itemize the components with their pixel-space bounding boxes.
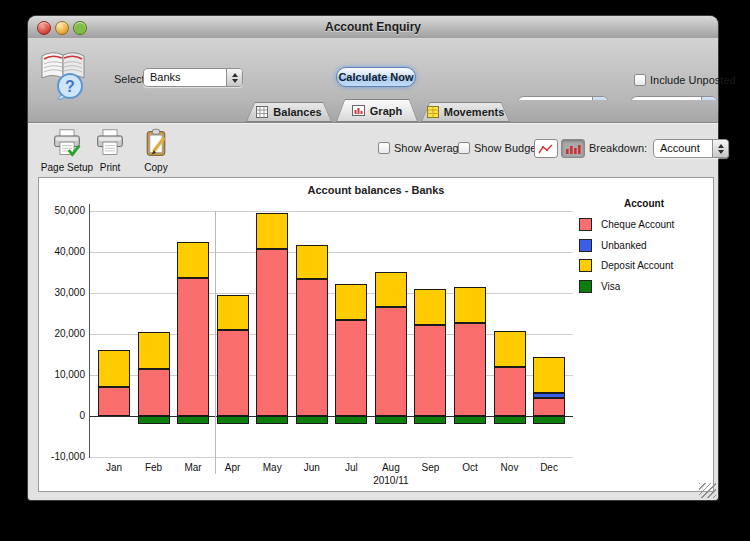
tab-graph-label: Graph [370, 105, 402, 117]
bar-segment-cheque-account [414, 325, 446, 416]
x-axis-category-label: Dec [527, 462, 571, 473]
x-axis-category-label: Jun [290, 462, 334, 473]
gridline [89, 211, 573, 212]
gridline [89, 252, 573, 253]
svg-text:?: ? [65, 78, 75, 95]
bar-graph-type-button[interactable] [561, 139, 585, 158]
legend-label: Unbanked [601, 240, 647, 251]
bar-segment-deposit-account [533, 357, 565, 393]
bar-segment-cheque-account [256, 249, 288, 416]
bar-segment-visa [335, 416, 367, 424]
bar-segment-cheque-account [533, 398, 565, 416]
legend-swatch-deposit-account [579, 259, 592, 272]
bar-segment-visa [138, 416, 170, 424]
bar-chart-icon [565, 143, 581, 155]
x-axis-category-label: Aug [369, 462, 413, 473]
x-axis-category-label: Feb [132, 462, 176, 473]
y-axis-tick-label: 0 [39, 410, 85, 421]
calculate-now-button[interactable]: Calculate Now [336, 67, 416, 87]
bar-segment-cheque-account [138, 369, 170, 416]
x-axis-category-label: Jul [329, 462, 373, 473]
window-title: Account Enquiry [28, 16, 718, 38]
bar-segment-cheque-account [494, 367, 526, 416]
print-icon [95, 128, 125, 158]
y-axis-tick-label: 20,000 [39, 328, 85, 339]
bar-segment-cheque-account [375, 307, 407, 416]
print-label: Print [88, 162, 132, 173]
stepper-arrows-icon [712, 140, 728, 157]
select-dropdown-value: Banks [144, 69, 226, 86]
bar-segment-cheque-account [335, 320, 367, 416]
include-unposted-checkbox[interactable] [634, 74, 646, 86]
legend-swatch-unbanked [579, 239, 592, 252]
stepper-arrows-icon [226, 69, 242, 86]
breakdown-dropdown[interactable]: Account [653, 139, 729, 158]
x-axis-category-label: Nov [488, 462, 532, 473]
account-enquiry-window: Account Enquiry ? Select: Banks Calculat… [28, 16, 718, 500]
breakdown-label: Breakdown: [589, 142, 647, 154]
y-axis-tick-label: 30,000 [39, 287, 85, 298]
x-axis-category-label: Jan [92, 462, 136, 473]
line-chart-icon [538, 143, 554, 155]
bar-segment-deposit-account [335, 284, 367, 320]
select-dropdown[interactable]: Banks [143, 68, 243, 87]
bar-segment-deposit-account [296, 245, 328, 279]
include-unposted-label: Include Unposted [650, 74, 736, 86]
tab-movements[interactable]: Movements [421, 102, 510, 122]
bar-segment-cheque-account [98, 387, 130, 416]
copy-button[interactable]: Copy [134, 128, 178, 173]
title-bar: Account Enquiry [28, 16, 718, 39]
x-axis-category-label: Apr [211, 462, 255, 473]
breakdown-dropdown-value: Account [654, 140, 712, 157]
line-graph-type-button[interactable] [534, 139, 558, 158]
legend-title: Account [579, 198, 709, 209]
bar-segment-deposit-account [217, 295, 249, 330]
bar-segment-unbanked [533, 393, 565, 398]
bar-segment-deposit-account [414, 289, 446, 325]
bar-segment-visa [256, 416, 288, 424]
copy-label: Copy [134, 162, 178, 173]
tab-balances[interactable]: Balances [246, 102, 332, 122]
legend-label: Deposit Account [601, 260, 673, 271]
graph-toolbar: Page Setup Print Copy [28, 123, 718, 171]
movements-icon [427, 106, 439, 118]
bar-segment-deposit-account [138, 332, 170, 369]
print-button[interactable]: Print [88, 128, 132, 173]
show-average-checkbox[interactable] [378, 142, 390, 154]
bar-segment-deposit-account [98, 350, 130, 387]
page-setup-button[interactable]: Page Setup [40, 128, 94, 173]
chart-title: Account balances - Banks [39, 184, 713, 196]
chart-panel: Account balances - Banks -10,000010,0002… [38, 177, 714, 492]
bar-segment-visa [177, 416, 209, 424]
graph-icon [352, 105, 365, 116]
copy-icon [141, 128, 171, 158]
y-axis-tick-label: -10,000 [39, 451, 85, 462]
bar-segment-cheque-account [177, 278, 209, 416]
tab-balances-label: Balances [273, 106, 321, 118]
bar-segment-visa [375, 416, 407, 424]
legend-swatch-visa [579, 280, 592, 293]
bar-segment-visa [494, 416, 526, 424]
bar-segment-deposit-account [375, 272, 407, 307]
legend-label: Visa [601, 281, 620, 292]
page-setup-icon [52, 128, 82, 158]
bar-segment-cheque-account [217, 330, 249, 416]
x-axis-category-label: Oct [448, 462, 492, 473]
bar-segment-visa [414, 416, 446, 424]
account-enquiry-icon: ? [36, 42, 94, 102]
tab-graph[interactable]: Graph [336, 99, 418, 122]
bar-segment-deposit-account [256, 213, 288, 249]
resize-grip-icon[interactable] [699, 483, 716, 498]
bar-segment-visa [217, 416, 249, 424]
y-axis-line [89, 204, 90, 458]
tab-movements-label: Movements [444, 106, 505, 118]
show-budgets-checkbox[interactable] [458, 142, 470, 154]
page-setup-label: Page Setup [40, 162, 94, 173]
y-axis-tick-label: 10,000 [39, 369, 85, 380]
legend-swatch-cheque-account [579, 218, 592, 231]
gridline [89, 457, 573, 458]
x-axis-category-label: May [250, 462, 294, 473]
gridline [89, 293, 573, 294]
header-toolbar: ? Select: Banks Calculate Now Include Un… [28, 38, 718, 100]
bar-segment-deposit-account [454, 287, 486, 323]
